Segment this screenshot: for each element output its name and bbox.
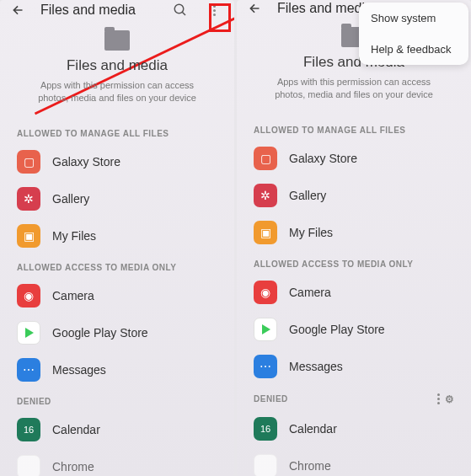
app-calendar[interactable]: 16 Calendar <box>237 410 471 447</box>
gear-icon: ⚙ <box>445 393 455 405</box>
app-label: Camera <box>52 289 94 302</box>
section-manage: ALLOWED TO MANAGE ALL FILES <box>237 117 471 140</box>
app-camera[interactable]: ◉ Camera <box>0 277 234 314</box>
app-label: Galaxy Store <box>289 152 357 165</box>
section-media: ALLOWED ACCESS TO MEDIA ONLY <box>237 251 471 274</box>
app-google-play[interactable]: Google Play Store <box>237 311 471 348</box>
app-calendar[interactable]: 16 Calendar <box>0 411 234 448</box>
my-files-icon: ▣ <box>254 221 277 244</box>
app-label: Calendar <box>52 423 100 436</box>
svg-point-0 <box>174 4 184 13</box>
app-label: Google Play Store <box>52 326 148 340</box>
app-camera[interactable]: ◉ Camera <box>237 274 471 311</box>
header-subtitle: Apps with this permission can access pho… <box>254 76 454 102</box>
my-files-icon: ▣ <box>17 224 40 248</box>
section-denied: DENIED <box>0 388 234 411</box>
app-my-files[interactable]: ▣ My Files <box>0 217 234 254</box>
more-dots-icon <box>437 393 440 404</box>
app-messages[interactable]: ⋯ Messages <box>0 351 234 388</box>
calendar-icon: 16 <box>17 418 40 441</box>
app-label: Messages <box>52 363 106 377</box>
galaxy-store-icon: ▢ <box>254 147 277 170</box>
app-label: My Files <box>289 226 333 239</box>
messages-icon: ⋯ <box>254 355 277 378</box>
appbar-title: Files and media <box>40 3 157 18</box>
play-store-icon <box>254 318 277 341</box>
app-label: My Files <box>52 229 96 243</box>
app-my-files[interactable]: ▣ My Files <box>237 214 471 251</box>
menu-help-feedback[interactable]: Help & feedback <box>359 34 468 65</box>
appbar: Files and media <box>0 0 234 20</box>
app-label: Chrome <box>52 460 94 473</box>
app-chrome[interactable]: ◐ Chrome <box>0 448 234 476</box>
app-label: Galaxy Store <box>52 155 120 168</box>
folder-icon <box>104 30 130 51</box>
header-block: Files and media Apps with this permissio… <box>0 20 234 120</box>
app-messages[interactable]: ⋯ Messages <box>237 348 471 385</box>
search-icon[interactable] <box>170 0 190 20</box>
gallery-icon: ✲ <box>254 184 277 207</box>
back-icon[interactable] <box>10 2 27 19</box>
menu-show-system[interactable]: Show system <box>359 3 468 34</box>
phone-left: Files and media Files and media Apps wit… <box>0 0 234 476</box>
section-manage: ALLOWED TO MANAGE ALL FILES <box>0 120 234 143</box>
app-galaxy-store[interactable]: ▢ Galaxy Store <box>237 140 471 177</box>
header-subtitle: Apps with this permission can access pho… <box>17 79 217 105</box>
app-label: Gallery <box>289 189 326 202</box>
gallery-icon: ✲ <box>17 187 40 211</box>
app-chrome[interactable]: ◐ Chrome <box>237 447 471 476</box>
back-icon[interactable] <box>247 0 264 17</box>
app-label: Camera <box>289 286 331 299</box>
svg-line-1 <box>182 12 185 15</box>
chrome-icon: ◐ <box>254 454 277 476</box>
app-label: Google Play Store <box>289 323 385 336</box>
app-galaxy-store[interactable]: ▢ Galaxy Store <box>0 143 234 180</box>
app-gallery[interactable]: ✲ Gallery <box>0 180 234 217</box>
app-label: Chrome <box>289 459 331 473</box>
header-title: Files and media <box>17 57 217 74</box>
app-label: Messages <box>289 360 343 373</box>
galaxy-store-icon: ▢ <box>17 150 40 174</box>
overflow-menu: Show system Help & feedback <box>359 3 468 65</box>
app-label: Calendar <box>289 422 337 436</box>
camera-icon: ◉ <box>254 281 277 304</box>
calendar-icon: 16 <box>254 417 277 441</box>
denied-actions[interactable]: ⚙ <box>437 393 455 405</box>
chrome-icon: ◐ <box>17 455 40 476</box>
phone-right: Files and media Show system Help & feedb… <box>237 0 471 476</box>
messages-icon: ⋯ <box>17 358 40 382</box>
app-label: Gallery <box>52 192 89 206</box>
camera-icon: ◉ <box>17 284 40 308</box>
section-denied: DENIED ⚙ <box>237 385 471 410</box>
play-store-icon <box>17 321 40 345</box>
more-icon[interactable] <box>204 0 224 20</box>
denied-label: DENIED <box>254 394 288 404</box>
app-gallery[interactable]: ✲ Gallery <box>237 177 471 214</box>
section-media: ALLOWED ACCESS TO MEDIA ONLY <box>0 254 234 277</box>
app-google-play[interactable]: Google Play Store <box>0 314 234 351</box>
